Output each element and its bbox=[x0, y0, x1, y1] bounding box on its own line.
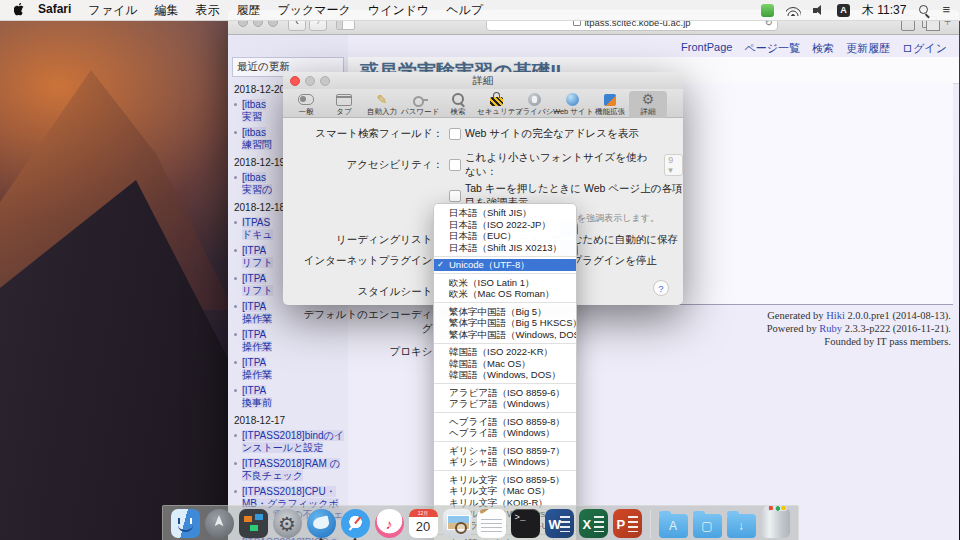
prefs-tab-search[interactable]: 検索 bbox=[439, 91, 477, 118]
input-source-icon[interactable]: A bbox=[837, 4, 850, 17]
dock-textedit-icon[interactable] bbox=[477, 509, 506, 538]
dock-excel-icon[interactable]: X bbox=[579, 509, 608, 538]
autofill-icon: ✎ bbox=[363, 92, 401, 107]
sidebar-link[interactable]: ITPASドキュ bbox=[242, 217, 273, 240]
encoding-option[interactable]: ヘブライ語（Windows） bbox=[434, 427, 576, 439]
dock-safari-icon[interactable] bbox=[341, 509, 370, 538]
tabs-icon bbox=[325, 92, 363, 107]
menu-履歴[interactable]: 履歴 bbox=[236, 2, 260, 19]
sidebar-link[interactable]: [ITPAリフト bbox=[242, 245, 273, 268]
encoding-option[interactable]: 韓国語（ISO 2022-KR） bbox=[434, 346, 576, 358]
dock-calendar-icon[interactable]: 12月20 bbox=[409, 509, 438, 538]
notification-center-icon[interactable]: ≡ bbox=[942, 5, 950, 15]
dock-folder-downloads-icon[interactable]: ↓ bbox=[727, 514, 756, 538]
sidebar-link-item[interactable]: [ITPA換事前 bbox=[242, 385, 346, 408]
dock-itunes-icon[interactable]: ♪ bbox=[375, 509, 404, 538]
encoding-option[interactable]: 繁体字中国語（Big 5 HKSCS） bbox=[434, 317, 576, 329]
status-app-icon[interactable] bbox=[761, 4, 774, 17]
encoding-option[interactable]: 日本語（Shift JIS X0213） bbox=[434, 242, 576, 254]
nav-link-ページ一覧[interactable]: ページ一覧 bbox=[744, 41, 800, 56]
dock-folder-documents-icon[interactable]: ▢ bbox=[693, 514, 722, 538]
volume-icon[interactable] bbox=[813, 5, 825, 16]
prefs-tab-extensions[interactable]: 機能拡張 bbox=[591, 91, 629, 118]
sidebar-link[interactable]: [ITPA換事前 bbox=[242, 385, 272, 408]
encoding-option[interactable]: 日本語（EUC） bbox=[434, 230, 576, 242]
nav-link-FrontPage[interactable]: FrontPage bbox=[681, 41, 732, 56]
dock-powerpoint-icon[interactable]: P bbox=[613, 509, 642, 538]
sidebar-link[interactable]: [ITPASS2018]bindのインストールと設定 bbox=[242, 430, 344, 453]
encoding-option[interactable]: アラビア語（ISO 8859-6） bbox=[434, 387, 576, 399]
encoding-option[interactable]: ヘブライ語（ISO 8859-8） bbox=[434, 416, 576, 428]
sidebar-link[interactable]: [itbas実習の bbox=[242, 172, 272, 195]
tab-highlight-checkbox[interactable] bbox=[449, 190, 461, 202]
encoding-option[interactable]: 日本語（ISO 2022-JP） bbox=[434, 219, 576, 231]
menu-ヘルプ[interactable]: ヘルプ bbox=[446, 2, 483, 19]
prefs-tab-general[interactable]: 一般 bbox=[287, 91, 325, 118]
preferences-titlebar[interactable]: 詳細 bbox=[283, 72, 683, 89]
nav-link-ログイン[interactable]: ログイン bbox=[902, 41, 947, 56]
prefs-tab-websites[interactable]: Web サイト bbox=[553, 91, 591, 118]
menu-ブックマーク[interactable]: ブックマーク bbox=[277, 2, 350, 19]
encoding-option[interactable]: 欧米（Mac OS Roman） bbox=[434, 288, 576, 300]
encoding-option[interactable]: ギリシャ語（ISO 8859-7） bbox=[434, 445, 576, 457]
spotlight-icon[interactable] bbox=[918, 4, 930, 16]
min-font-size-checkbox[interactable] bbox=[449, 159, 461, 171]
encoding-option[interactable]: ✓Unicode（UTF-8） bbox=[434, 259, 576, 271]
dock-preview-icon[interactable] bbox=[443, 509, 472, 538]
encoding-option[interactable]: 欧米（ISO Latin 1） bbox=[434, 277, 576, 289]
nav-link-更新履歴[interactable]: 更新履歴 bbox=[846, 41, 890, 56]
nav-link-検索[interactable]: 検索 bbox=[812, 41, 834, 56]
hiki-link[interactable]: Hiki bbox=[826, 310, 845, 321]
dock-mission-control-icon[interactable] bbox=[239, 509, 268, 538]
encoding-option[interactable]: 繁体字中国語（Big 5） bbox=[434, 306, 576, 318]
menu-Safari[interactable]: Safari bbox=[38, 2, 71, 19]
prefs-tab-passwords[interactable]: パスワード bbox=[401, 91, 439, 118]
dock-system-preferences-icon[interactable]: ⚙ bbox=[273, 509, 302, 538]
prefs-tab-privacy[interactable]: プライバシー bbox=[515, 91, 553, 118]
sidebar-link-item[interactable]: [ITPASS2018]RAM の不良チェック bbox=[242, 458, 346, 481]
dock-launchpad-icon[interactable] bbox=[205, 509, 234, 538]
stylesheet-label: スタイルシート： bbox=[283, 285, 449, 299]
encoding-option[interactable]: 韓国語（Mac OS） bbox=[434, 358, 576, 370]
prefs-tab-security[interactable]: セキュリティ bbox=[477, 91, 515, 118]
prefs-tab-tabs[interactable]: タブ bbox=[325, 91, 363, 118]
encoding-option[interactable]: キリル文字（ISO 8859-5） bbox=[434, 474, 576, 486]
encoding-option[interactable]: 繁体字中国語（Windows, DOS） bbox=[434, 329, 576, 341]
menu-ウインドウ[interactable]: ウインドウ bbox=[368, 2, 429, 19]
wifi-icon[interactable] bbox=[786, 5, 801, 16]
dock-thunderbird-icon[interactable] bbox=[307, 509, 336, 538]
sidebar-link[interactable]: [ITPA操作業 bbox=[242, 357, 272, 380]
prefs-tab-autofill[interactable]: ✎自動入力 bbox=[363, 91, 401, 118]
help-button[interactable]: ? bbox=[653, 280, 669, 296]
encoding-option[interactable]: 韓国語（Windows, DOS） bbox=[434, 369, 576, 381]
menu-編集[interactable]: 編集 bbox=[154, 2, 178, 19]
close-button[interactable] bbox=[290, 76, 300, 86]
dock-folder-applications-icon[interactable]: A bbox=[659, 514, 688, 538]
sidebar-link[interactable]: [itbas練習問 bbox=[242, 127, 272, 150]
encoding-option[interactable]: ギリシャ語（Windows） bbox=[434, 456, 576, 468]
sidebar-link[interactable]: [ITPAリフト bbox=[242, 273, 273, 296]
ruby-link[interactable]: Ruby bbox=[819, 323, 842, 334]
encoding-option[interactable]: 日本語（Shift JIS） bbox=[434, 207, 576, 219]
sidebar-link[interactable]: [ITPA操作業 bbox=[242, 301, 272, 324]
sidebar-link-item[interactable]: [ITPA操作業 bbox=[242, 357, 346, 380]
encoding-option[interactable]: キリル文字（Mac OS） bbox=[434, 485, 576, 497]
show-full-address-checkbox[interactable] bbox=[449, 128, 461, 140]
menu-bar-clock[interactable]: 木 11:37 bbox=[862, 2, 906, 19]
dock-terminal-icon[interactable]: >_ bbox=[511, 509, 540, 538]
font-size-popup[interactable]: 9 ▾ bbox=[664, 154, 683, 176]
dock-word-icon[interactable]: W bbox=[545, 509, 574, 538]
menu-ファイル[interactable]: ファイル bbox=[88, 2, 137, 19]
prefs-tab-advanced[interactable]: ⚙詳細 bbox=[629, 91, 667, 118]
sidebar-link[interactable]: [itbas実習 bbox=[242, 99, 266, 122]
dock-trash-icon[interactable] bbox=[761, 509, 790, 538]
folder-applications-glyph: A bbox=[659, 514, 688, 538]
apple-menu-icon[interactable] bbox=[14, 3, 26, 17]
sidebar-link[interactable]: [ITPASS2018]RAM の不良チェック bbox=[242, 458, 340, 481]
encoding-option[interactable]: アラビア語（Windows） bbox=[434, 398, 576, 410]
sidebar-link-item[interactable]: [ITPASS2018]bindのインストールと設定 bbox=[242, 430, 346, 453]
prefs-tab-label: セキュリティ bbox=[477, 107, 515, 117]
menu-表示[interactable]: 表示 bbox=[195, 2, 219, 19]
dock-finder-icon[interactable] bbox=[171, 509, 200, 538]
sidebar-link[interactable]: [ITPA操作業 bbox=[242, 329, 272, 352]
